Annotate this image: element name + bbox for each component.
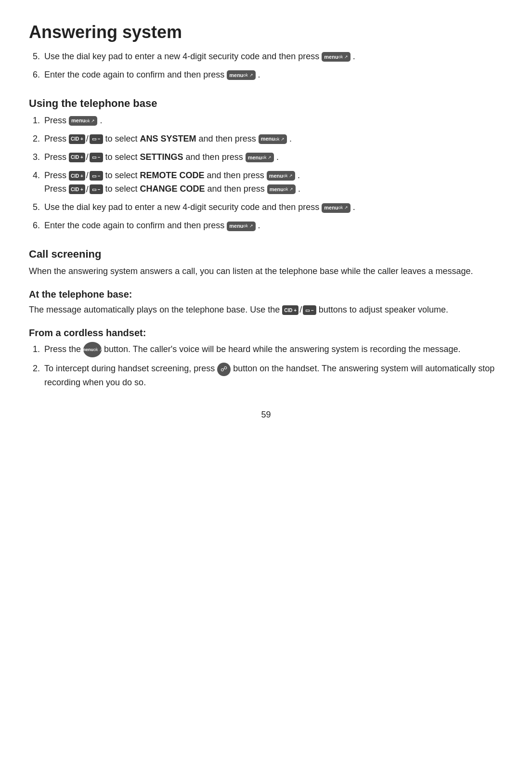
step-text: . bbox=[276, 152, 279, 162]
list-item: Press menuok ↗ . bbox=[42, 114, 503, 128]
list-item: Press the menuok ↗ button. The caller's … bbox=[42, 342, 503, 357]
remote-code-label: REMOTE CODE bbox=[140, 170, 205, 180]
menu-ok-button: menuok ↗ bbox=[259, 134, 287, 144]
pair-button: ☍ bbox=[217, 363, 231, 376]
step-text: to select ANS SYSTEM and then press bbox=[105, 134, 259, 144]
section-heading-telephone-base: Using the telephone base bbox=[29, 95, 503, 111]
vol-minus-button: ▭ − bbox=[90, 134, 103, 144]
list-item: Use the dial key pad to enter a new 4-di… bbox=[42, 50, 503, 64]
step-text: . bbox=[258, 221, 260, 230]
step-text: to select REMOTE CODE and then press bbox=[105, 170, 267, 180]
step-text: Use the dial key pad to enter a new 4-di… bbox=[44, 202, 322, 212]
page-title: Answering system bbox=[29, 19, 503, 45]
menu-ok-button: menuok ↗ bbox=[69, 116, 97, 126]
cid-plus-button: CID + bbox=[69, 134, 85, 144]
telephone-base-para: The message automatically plays on the t… bbox=[29, 303, 503, 317]
cid-plus-button: CID + bbox=[69, 184, 85, 194]
step-text: Enter the code again to confirm and then… bbox=[44, 70, 227, 79]
cid-plus-button: CID + bbox=[69, 153, 85, 162]
step-text: . bbox=[289, 134, 292, 144]
step-text: Enter the code again to confirm and then… bbox=[44, 221, 227, 230]
cid-vol-button-group: CID +/▭ − bbox=[69, 151, 103, 164]
vol-minus-button: ▭ − bbox=[90, 153, 103, 162]
list-item: Press CID +/▭ − to select ANS SYSTEM and… bbox=[42, 132, 503, 146]
cid-vol-button-group-inline: CID +/▭ − bbox=[282, 303, 316, 317]
ans-system-label: ANS SYSTEM bbox=[140, 134, 196, 144]
page-number: 59 bbox=[29, 408, 503, 421]
list-item: Press CID +/▭ − to select REMOTE CODE an… bbox=[42, 169, 503, 196]
step-text: Press bbox=[44, 184, 69, 194]
menu-ok-button: menuok ↗ bbox=[227, 222, 255, 231]
section-heading-call-screening: Call screening bbox=[29, 246, 503, 262]
step-text: . bbox=[353, 202, 355, 212]
cid-plus-button: CID + bbox=[69, 171, 85, 181]
subsection-heading-telephone-base: At the telephone base: bbox=[29, 287, 503, 301]
step-text: . bbox=[298, 170, 300, 180]
cid-plus-button: CID + bbox=[282, 305, 298, 315]
step-text: . bbox=[100, 116, 102, 125]
menu-ok-button: menuok ↗ bbox=[322, 52, 350, 62]
step-text: to select CHANGE CODE and then press bbox=[105, 184, 267, 194]
step-text: Press bbox=[44, 116, 69, 125]
step-text: Press bbox=[44, 170, 69, 180]
cid-vol-button-group: CID +/▭ − bbox=[69, 132, 103, 146]
step-text: . bbox=[298, 184, 300, 194]
call-screening-intro: When the answering system answers a call… bbox=[29, 265, 503, 278]
list-item: Use the dial key pad to enter a new 4-di… bbox=[42, 201, 503, 214]
settings-label: SETTINGS bbox=[140, 152, 183, 162]
telephone-base-steps-list: Press menuok ↗ . Press CID +/▭ − to sele… bbox=[42, 114, 503, 233]
step-text: Use the dial key pad to enter a new 4-di… bbox=[44, 52, 322, 61]
cid-vol-button-group: CID +/▭ − bbox=[69, 183, 103, 196]
change-code-label: CHANGE CODE bbox=[140, 184, 205, 194]
cid-vol-button-group: CID +/▭ − bbox=[69, 169, 103, 183]
menu-ok-button: menuok ↗ bbox=[246, 153, 274, 162]
vol-minus-button: ▭ − bbox=[90, 171, 103, 181]
menu-ok-button: menuok ↗ bbox=[227, 70, 255, 80]
page-content: Answering system Use the dial key pad to… bbox=[29, 19, 503, 421]
list-item: Press CID +/▭ − to select SETTINGS and t… bbox=[42, 151, 503, 164]
step-text: Press bbox=[44, 152, 69, 162]
answering-system-steps-list: Use the dial key pad to enter a new 4-di… bbox=[42, 50, 503, 82]
menu-ok-button: menuok ↗ bbox=[322, 203, 350, 213]
menu-ok-button: menuok ↗ bbox=[267, 171, 295, 181]
vol-minus-button: ▭ − bbox=[90, 184, 103, 194]
menu-ok-button: menuok ↗ bbox=[267, 184, 296, 194]
step-text: . bbox=[353, 52, 355, 61]
step-text: Press bbox=[44, 134, 69, 144]
list-item: Enter the code again to confirm and then… bbox=[42, 68, 503, 82]
step-text: To intercept during handset screening, p… bbox=[44, 364, 217, 373]
list-item: To intercept during handset screening, p… bbox=[42, 362, 503, 389]
step-text: to select SETTINGS and then press bbox=[105, 152, 246, 162]
list-item: Enter the code again to confirm and then… bbox=[42, 219, 503, 233]
step-text: Press the bbox=[44, 344, 83, 354]
step-text: button. The caller's voice will be heard… bbox=[104, 344, 460, 354]
subsection-heading-cordless-handset: From a cordless handset: bbox=[29, 326, 503, 340]
vol-minus-button: ▭ − bbox=[303, 305, 316, 315]
menu-ok-round-button: menuok ↗ bbox=[83, 342, 102, 357]
cordless-handset-steps-list: Press the menuok ↗ button. The caller's … bbox=[42, 342, 503, 389]
step-text: . bbox=[258, 70, 260, 79]
